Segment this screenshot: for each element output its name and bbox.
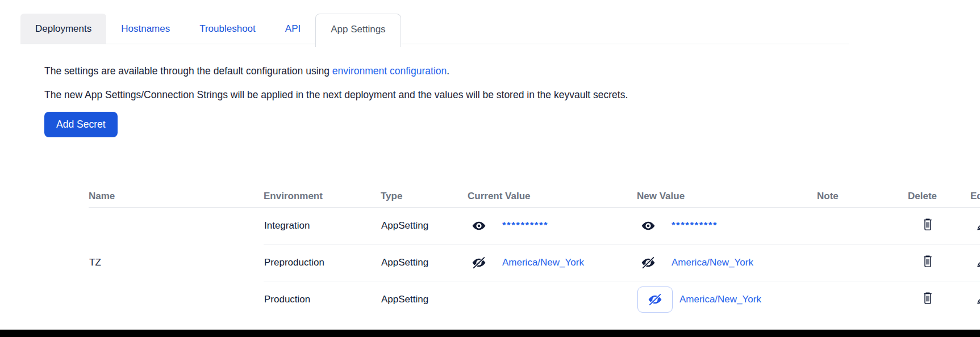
- environment-configuration-link[interactable]: environment configuration: [332, 65, 447, 77]
- type-cell: AppSetting: [381, 208, 468, 245]
- tab-troubleshoot[interactable]: Troubleshoot: [185, 14, 270, 44]
- trash-icon[interactable]: [921, 217, 935, 232]
- eye-slash-icon[interactable]: [641, 255, 656, 270]
- settings-intro-period: .: [447, 65, 449, 77]
- current-value-link[interactable]: **********: [502, 220, 548, 231]
- type-cell: AppSetting: [381, 281, 468, 318]
- trash-icon[interactable]: [921, 254, 935, 269]
- keyvault-info-line: The new App Settings/Connection Strings …: [44, 89, 980, 101]
- pencil-icon[interactable]: [975, 254, 980, 269]
- eye-icon[interactable]: [641, 218, 656, 233]
- current-value-cell-empty: [468, 281, 637, 318]
- environment-cell: Integration: [264, 208, 381, 245]
- settings-intro-line: The settings are available through the d…: [44, 65, 980, 77]
- settings-intro-text: The settings are available through the d…: [44, 65, 332, 77]
- new-value-link[interactable]: America/New_York: [679, 294, 761, 305]
- app-settings-table: Name Environment Type Current Value New …: [89, 170, 980, 318]
- note-cell: [817, 208, 908, 245]
- note-cell: [817, 245, 908, 281]
- current-value-link[interactable]: America/New_York: [502, 257, 584, 268]
- bottom-window-edge: [0, 330, 980, 337]
- app-settings-page: Deployments Hostnames Troubleshoot API A…: [0, 0, 980, 337]
- environment-cell: Production: [264, 281, 381, 318]
- column-header-delete: Delete: [908, 170, 970, 208]
- new-value-link[interactable]: **********: [672, 220, 718, 231]
- setting-name-cell: TZ: [89, 208, 264, 318]
- column-header-edit: Edit: [970, 170, 980, 208]
- column-header-name: Name: [89, 170, 264, 208]
- column-header-type: Type: [381, 170, 468, 208]
- tab-panel-app-settings: The settings are available through the d…: [44, 65, 980, 318]
- tab-hostnames[interactable]: Hostnames: [106, 14, 185, 44]
- tab-app-settings[interactable]: App Settings: [315, 14, 401, 47]
- column-header-note: Note: [817, 170, 908, 208]
- trash-icon[interactable]: [921, 291, 935, 306]
- eye-slash-icon: [648, 292, 662, 307]
- tab-bar: Deployments Hostnames Troubleshoot API A…: [20, 14, 849, 44]
- eye-slash-toggle-button[interactable]: [637, 287, 673, 313]
- column-header-current-value: Current Value: [468, 170, 637, 208]
- column-header-environment: Environment: [264, 170, 381, 208]
- pencil-icon[interactable]: [975, 291, 980, 306]
- note-cell: [817, 281, 908, 318]
- add-secret-button[interactable]: Add Secret: [44, 112, 118, 137]
- eye-icon[interactable]: [472, 218, 486, 233]
- eye-slash-icon[interactable]: [472, 255, 486, 270]
- tab-api[interactable]: API: [270, 14, 315, 44]
- pencil-icon[interactable]: [975, 217, 980, 232]
- column-header-new-value: New Value: [637, 170, 817, 208]
- table-row-integration: TZ Integration AppSetting: [89, 208, 980, 245]
- table-header-row: Name Environment Type Current Value New …: [89, 170, 980, 208]
- tab-deployments[interactable]: Deployments: [20, 14, 106, 44]
- type-cell: AppSetting: [381, 245, 468, 281]
- environment-cell: Preproduction: [264, 245, 381, 281]
- new-value-link[interactable]: America/New_York: [672, 257, 753, 268]
